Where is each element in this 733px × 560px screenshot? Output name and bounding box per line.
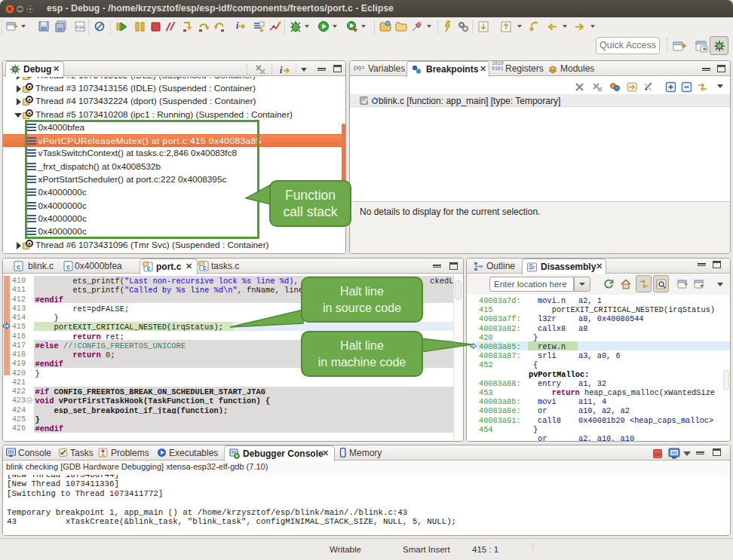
svg-text:c: c: [147, 265, 151, 272]
svg-text:c: c: [17, 263, 20, 271]
svg-text:i: i: [236, 20, 239, 31]
svg-text:i: i: [280, 65, 283, 75]
svg-text:010: 010: [76, 25, 84, 30]
svg-text:c: c: [203, 264, 207, 271]
svg-text:c: c: [66, 263, 70, 271]
